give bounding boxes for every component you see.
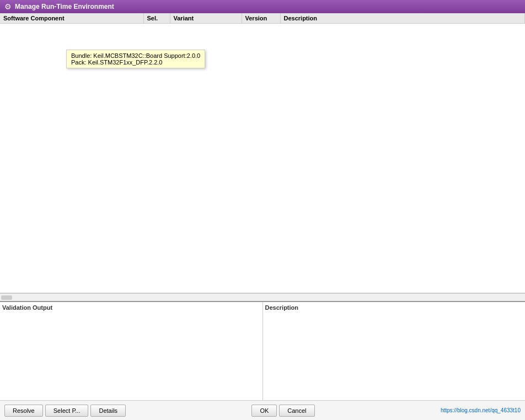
bottom-panels: Validation Output Description bbox=[0, 301, 525, 400]
footer-left: Resolve Select P... Details bbox=[4, 405, 126, 417]
tooltip-line2: Pack: Keil.STM32F1xx_DFP.2.2.0 bbox=[71, 59, 200, 66]
col-header-version: Version bbox=[242, 13, 280, 24]
footer: Resolve Select P... Details OK Cancel ht… bbox=[0, 400, 525, 420]
col-header-variant: Variant bbox=[170, 13, 242, 24]
validation-panel: Validation Output bbox=[0, 302, 263, 400]
col-header-sel: Sel. bbox=[143, 13, 170, 24]
description-title: Description bbox=[265, 304, 523, 311]
footer-center: OK Cancel bbox=[251, 405, 314, 417]
title-bar: ⚙ Manage Run-Time Environment bbox=[0, 0, 525, 13]
col-header-name: Software Component bbox=[0, 13, 143, 24]
validation-title: Validation Output bbox=[2, 304, 260, 311]
footer-url: https://blog.csdn.net/qq_4633t10 bbox=[441, 407, 521, 413]
title-bar-icon: ⚙ bbox=[4, 2, 12, 11]
col-header-desc: Description bbox=[280, 13, 525, 24]
resolve-button[interactable]: Resolve bbox=[4, 405, 43, 417]
cancel-button[interactable]: Cancel bbox=[279, 405, 314, 417]
ok-button[interactable]: OK bbox=[251, 405, 277, 417]
description-panel: Description bbox=[263, 302, 526, 400]
tooltip-box: Bundle: Keil.MCBSTM32C::Board Support:2.… bbox=[66, 50, 205, 68]
title-bar-text: Manage Run-Time Environment bbox=[15, 3, 114, 10]
tooltip-line1: Bundle: Keil.MCBSTM32C::Board Support:2.… bbox=[71, 52, 200, 59]
select-platform-button[interactable]: Select P... bbox=[45, 405, 89, 417]
component-table-container: Software Component Sel. Variant Version … bbox=[0, 13, 525, 293]
horizontal-scrollbar[interactable] bbox=[0, 293, 525, 301]
component-table: Software Component Sel. Variant Version … bbox=[0, 13, 525, 24]
details-button[interactable]: Details bbox=[90, 405, 126, 417]
